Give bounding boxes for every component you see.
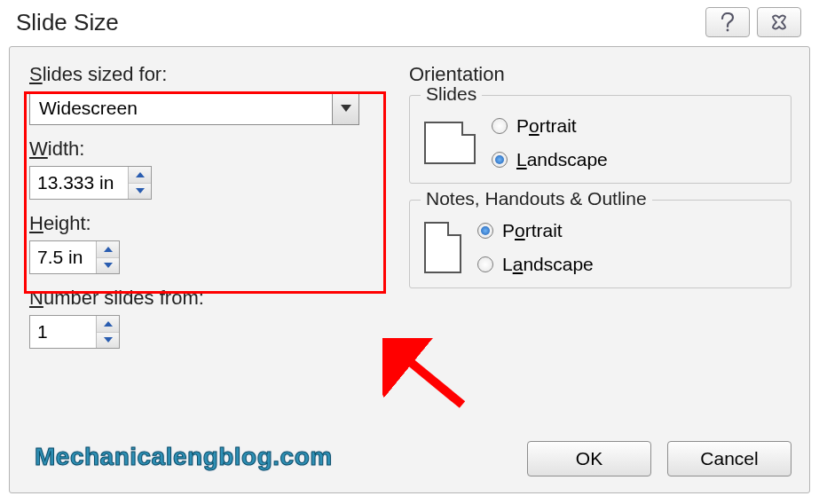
page-portrait-icon: [424, 222, 461, 273]
arrow-up-icon: [104, 321, 113, 327]
ok-button[interactable]: OK: [527, 441, 651, 476]
radio-icon: [492, 118, 508, 134]
number-from-value: 1: [30, 316, 96, 348]
svg-point-0: [727, 29, 729, 32]
slides-group-title: Slides: [421, 83, 482, 105]
height-down-button[interactable]: [97, 258, 119, 274]
slides-landscape-radio[interactable]: Landscape: [492, 149, 608, 170]
slides-sized-for-label: Slides sized for:: [29, 63, 384, 86]
notes-landscape-radio[interactable]: Landscape: [477, 254, 594, 275]
arrow-down-icon: [104, 263, 113, 268]
slides-portrait-radio[interactable]: Portrait: [492, 115, 608, 137]
width-spinner[interactable]: 13.333 in: [29, 166, 152, 200]
arrow-down-icon: [136, 188, 145, 193]
radio-checked-icon: [492, 152, 508, 168]
radio-icon: [477, 256, 493, 272]
help-button[interactable]: [705, 7, 750, 37]
landscape-label: Landscape: [502, 254, 594, 275]
combo-dropdown-button[interactable]: [332, 92, 358, 124]
number-from-label: Number slides from:: [29, 287, 384, 310]
height-label: Height:: [29, 212, 384, 235]
height-spinner[interactable]: 7.5 in: [29, 240, 120, 274]
number-down-button[interactable]: [97, 333, 119, 349]
dialog-body: Slides sized for: Widescreen Width: 13.3…: [9, 46, 810, 493]
title-buttons: [705, 7, 801, 37]
number-up-button[interactable]: [97, 316, 119, 333]
right-column: Orientation Slides Portrait Landscape: [409, 63, 791, 361]
page-landscape-icon: [424, 122, 476, 164]
slides-sized-for-combo[interactable]: Widescreen: [29, 91, 359, 125]
width-up-button[interactable]: [129, 167, 151, 184]
arrow-up-icon: [136, 172, 145, 177]
dialog-title: Slide Size: [16, 9, 705, 36]
left-column: Slides sized for: Widescreen Width: 13.3…: [29, 63, 384, 361]
portrait-label: Portrait: [502, 220, 563, 241]
help-icon: [720, 12, 736, 32]
landscape-label: Landscape: [516, 149, 608, 170]
arrow-up-icon: [104, 247, 113, 252]
height-up-button[interactable]: [97, 241, 119, 258]
width-value: 13.333 in: [30, 167, 128, 199]
width-label: Width:: [29, 138, 384, 161]
dialog-buttons: OK Cancel: [527, 441, 791, 476]
notes-group-title: Notes, Handouts & Outline: [421, 188, 652, 209]
close-button[interactable]: [757, 7, 801, 37]
cancel-button[interactable]: Cancel: [667, 441, 791, 476]
watermark-text: Mechanicalengblog.com: [35, 443, 333, 471]
slides-orientation-group: Slides Portrait Landscape: [409, 95, 791, 184]
arrow-down-icon: [104, 337, 113, 343]
width-down-button[interactable]: [129, 184, 151, 200]
portrait-label: Portrait: [516, 115, 577, 137]
chevron-down-icon: [341, 105, 351, 112]
notes-orientation-group: Notes, Handouts & Outline Portrait Lands…: [409, 200, 791, 288]
title-bar: Slide Size: [0, 0, 819, 46]
radio-checked-icon: [477, 223, 493, 239]
number-from-spinner[interactable]: 1: [29, 315, 120, 349]
close-icon: [770, 13, 788, 31]
notes-portrait-radio[interactable]: Portrait: [477, 220, 594, 241]
slides-sized-for-value: Widescreen: [30, 98, 332, 119]
height-value: 7.5 in: [30, 241, 96, 273]
